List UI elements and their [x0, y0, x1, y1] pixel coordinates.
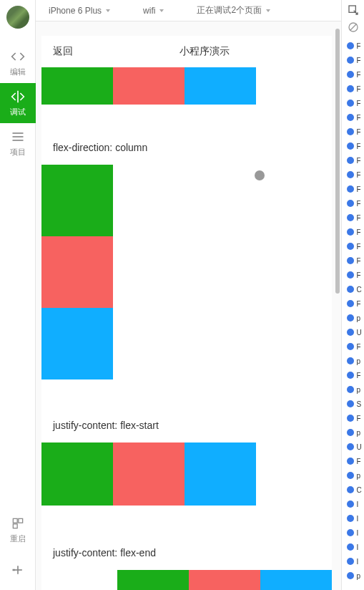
- log-text: F: [356, 214, 360, 222]
- log-entry[interactable]: I: [344, 497, 361, 511]
- sidebar-item-restart[interactable]: 重启: [0, 510, 36, 550]
- info-icon: [347, 157, 354, 164]
- log-entry[interactable]: F: [344, 96, 361, 110]
- info-icon: [347, 185, 354, 193]
- right-rail: FFFFFFFFFFFFFFFFFCFpUFpFpSFpUFpCIIIIIp: [341, 0, 364, 590]
- log-entry[interactable]: F: [344, 168, 361, 182]
- log-text: p: [356, 357, 360, 365]
- log-entry[interactable]: F: [344, 153, 361, 168]
- log-entry[interactable]: p: [344, 569, 361, 583]
- log-text: F: [356, 157, 360, 165]
- info-icon: [347, 114, 354, 121]
- log-text: F: [356, 372, 360, 379]
- info-icon: [347, 314, 354, 321]
- log-text: F: [356, 257, 360, 265]
- sidebar-item-label: 编辑: [10, 67, 26, 77]
- network-select[interactable]: wifi: [137, 6, 169, 16]
- info-icon: [347, 243, 354, 250]
- log-text: F: [356, 458, 360, 465]
- log-entry[interactable]: I: [344, 540, 361, 554]
- code-icon: [11, 49, 25, 64]
- log-text: p: [356, 314, 360, 322]
- log-text: U: [356, 329, 361, 337]
- log-entry[interactable]: p: [344, 425, 361, 440]
- info-icon: [347, 357, 354, 364]
- log-entry[interactable]: F: [344, 368, 361, 382]
- log-text: F: [356, 200, 360, 208]
- log-entry[interactable]: p: [344, 382, 361, 397]
- svg-rect-5: [18, 518, 22, 523]
- info-icon: [347, 271, 354, 279]
- log-entry[interactable]: F: [344, 411, 361, 425]
- log-entry[interactable]: F: [344, 454, 361, 468]
- log-entry[interactable]: I: [344, 554, 361, 569]
- log-entry[interactable]: F: [344, 139, 361, 153]
- box-green: [117, 570, 189, 590]
- chevron-down-icon: [106, 9, 110, 12]
- log-entry[interactable]: p: [344, 311, 361, 325]
- log-entry[interactable]: F: [344, 239, 361, 253]
- log-entry[interactable]: F: [344, 39, 361, 53]
- avatar[interactable]: [6, 6, 29, 29]
- log-entry[interactable]: S: [344, 397, 361, 411]
- info-icon: [347, 71, 354, 78]
- sidebar-item-label: 项目: [10, 147, 26, 158]
- log-entry[interactable]: I: [344, 526, 361, 540]
- block-icon[interactable]: [348, 21, 359, 33]
- vertical-scrollbar[interactable]: [335, 29, 340, 294]
- sidebar-item-debug[interactable]: 调试: [0, 83, 36, 123]
- info-icon: [347, 458, 354, 465]
- network-label: wifi: [143, 6, 155, 16]
- log-entry[interactable]: F: [344, 53, 361, 67]
- log-entry[interactable]: F: [344, 339, 361, 354]
- log-entry[interactable]: C: [344, 483, 361, 497]
- log-entry[interactable]: F: [344, 211, 361, 225]
- log-entry[interactable]: I: [344, 511, 361, 526]
- log-entry[interactable]: F: [344, 125, 361, 139]
- chevron-down-icon: [159, 9, 164, 12]
- info-icon: [347, 472, 354, 479]
- info-icon: [347, 400, 354, 407]
- log-entry[interactable]: F: [344, 296, 361, 311]
- log-text: C: [356, 486, 361, 494]
- debug-icon: [11, 90, 25, 104]
- log-text: F: [356, 128, 360, 136]
- log-entry[interactable]: F: [344, 82, 361, 96]
- info-icon: [347, 443, 354, 450]
- demo-label: justify-content: flex-end: [41, 536, 332, 570]
- svg-rect-6: [13, 523, 17, 528]
- log-entry[interactable]: U: [344, 325, 361, 339]
- inspect-icon[interactable]: [348, 4, 359, 16]
- info-icon: [347, 372, 354, 379]
- sidebar-item-add[interactable]: [0, 550, 36, 590]
- device-select[interactable]: iPhone 6 Plus: [43, 6, 116, 16]
- sidebar-item-edit[interactable]: 编辑: [0, 43, 36, 83]
- log-entry[interactable]: F: [344, 67, 361, 82]
- log-text: F: [356, 343, 360, 351]
- add-icon: [11, 563, 25, 577]
- info-icon: [347, 257, 354, 264]
- log-entry[interactable]: F: [344, 196, 361, 211]
- main-area: iPhone 6 Plus wifi 正在调试2个页面 返回 小程序演示: [36, 0, 341, 590]
- sidebar-item-project[interactable]: 项目: [0, 123, 36, 163]
- log-entry[interactable]: U: [344, 440, 361, 454]
- log-entry[interactable]: F: [344, 225, 361, 239]
- info-icon: [347, 228, 354, 236]
- log-entry[interactable]: F: [344, 110, 361, 125]
- justify-end-demo: [117, 570, 332, 590]
- log-entry[interactable]: F: [344, 268, 361, 282]
- log-entry[interactable]: p: [344, 468, 361, 483]
- log-entry[interactable]: F: [344, 182, 361, 196]
- log-text: U: [356, 443, 361, 451]
- demo-label: flex-direction: column: [41, 130, 332, 165]
- info-icon: [347, 429, 354, 436]
- loading-indicator: [255, 170, 265, 180]
- debug-status-select[interactable]: 正在调试2个页面: [191, 4, 276, 16]
- log-entry[interactable]: C: [344, 282, 361, 296]
- info-icon: [347, 386, 354, 393]
- log-entry[interactable]: F: [344, 253, 361, 268]
- log-text: F: [356, 100, 360, 107]
- log-entry[interactable]: p: [344, 354, 361, 368]
- flex-row-demo: [41, 67, 332, 105]
- info-icon: [347, 85, 354, 92]
